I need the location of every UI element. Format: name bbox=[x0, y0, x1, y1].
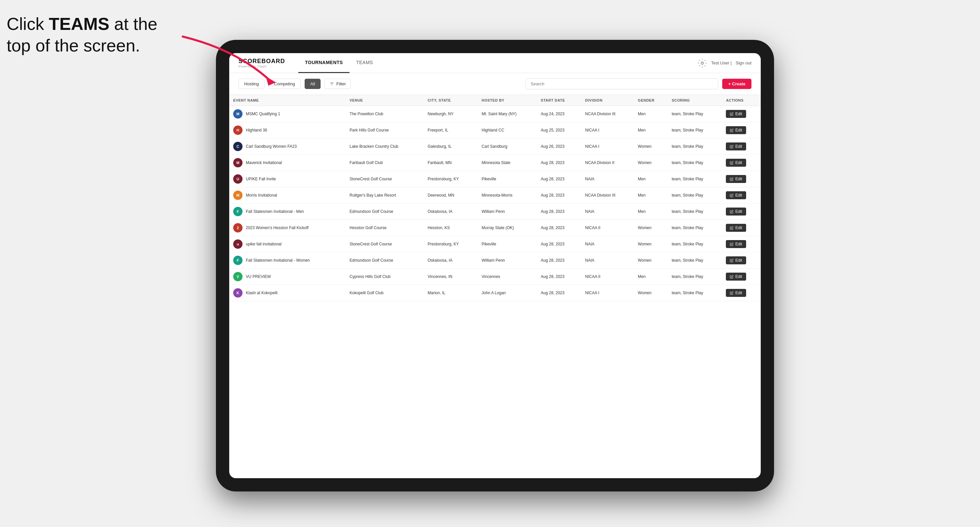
edit-button[interactable]: Edit bbox=[726, 159, 746, 167]
cell-start-date: Aug 28, 2023 bbox=[537, 269, 581, 285]
table-row: F Fall Statesmen Invitational - Men Edmu… bbox=[229, 203, 761, 220]
cell-start-date: Aug 28, 2023 bbox=[537, 155, 581, 171]
pencil-icon bbox=[730, 161, 733, 165]
event-name-text: Maverick Invitational bbox=[246, 160, 282, 165]
cell-start-date: Aug 28, 2023 bbox=[537, 252, 581, 269]
cell-division: NAIA bbox=[581, 203, 634, 220]
cell-actions: Edit bbox=[722, 155, 761, 171]
cell-gender: Men bbox=[634, 171, 668, 187]
tab-teams[interactable]: TEAMS bbox=[350, 53, 380, 73]
col-scoring: SCORING bbox=[668, 95, 722, 106]
cell-division: NICAA II bbox=[581, 269, 634, 285]
col-event-name: EVENT NAME bbox=[229, 95, 345, 106]
cell-gender: Women bbox=[634, 155, 668, 171]
table-row: V VU PREVIEW Cypress Hills Golf Club Vin… bbox=[229, 269, 761, 285]
edit-button[interactable]: Edit bbox=[726, 191, 746, 199]
cell-division: NICAA I bbox=[581, 138, 634, 155]
event-name-text: MSMC Qualifying 1 bbox=[246, 111, 280, 116]
cell-actions: Edit bbox=[722, 122, 761, 138]
table-row: K Klash at Kokopelli Kokopelli Golf Club… bbox=[229, 285, 761, 301]
cell-scoring: team, Stroke Play bbox=[668, 285, 722, 301]
cell-actions: Edit bbox=[722, 220, 761, 236]
cell-city-state: Marion, IL bbox=[423, 285, 477, 301]
cell-gender: Men bbox=[634, 203, 668, 220]
nav-user-text: Test User | bbox=[711, 60, 732, 65]
cell-hosted-by: Murray State (OK) bbox=[478, 220, 537, 236]
col-division: DIVISION bbox=[581, 95, 634, 106]
cell-hosted-by: John A Logan bbox=[478, 285, 537, 301]
cell-division: NCAA Division III bbox=[581, 106, 634, 122]
cell-city-state: Freeport, IL bbox=[423, 122, 477, 138]
team-logo: C bbox=[233, 142, 242, 151]
cell-scoring: team, Stroke Play bbox=[668, 155, 722, 171]
col-actions: ACTIONS bbox=[722, 95, 761, 106]
table-row: M MSMC Qualifying 1 The Powelton Club Ne… bbox=[229, 106, 761, 122]
filter-options-btn[interactable]: Filter bbox=[325, 79, 351, 89]
cell-start-date: Aug 28, 2023 bbox=[537, 171, 581, 187]
cell-start-date: Aug 25, 2023 bbox=[537, 122, 581, 138]
cell-event-name: M Maverick Invitational bbox=[229, 155, 345, 171]
cell-start-date: Aug 28, 2023 bbox=[537, 236, 581, 252]
filter-icon bbox=[329, 82, 334, 86]
cell-start-date: Aug 24, 2023 bbox=[537, 106, 581, 122]
cell-venue: Kokopelli Golf Club bbox=[345, 285, 423, 301]
search-input[interactable] bbox=[525, 78, 718, 89]
cell-venue: Ruttger's Bay Lake Resort bbox=[345, 187, 423, 203]
edit-button[interactable]: Edit bbox=[726, 175, 746, 183]
cell-division: NAIA bbox=[581, 252, 634, 269]
cell-hosted-by: Vincennes bbox=[478, 269, 537, 285]
cell-event-name: F Fall Statesmen Invitational - Men bbox=[229, 203, 345, 220]
cell-scoring: team, Stroke Play bbox=[668, 187, 722, 203]
cell-hosted-by: William Penn bbox=[478, 203, 537, 220]
cell-start-date: Aug 28, 2023 bbox=[537, 187, 581, 203]
cell-event-name: U UPIKE Fall Invite bbox=[229, 171, 345, 187]
edit-button[interactable]: Edit bbox=[726, 240, 746, 248]
edit-button[interactable]: Edit bbox=[726, 110, 746, 118]
cell-division: NAIA bbox=[581, 236, 634, 252]
tab-tournaments[interactable]: TOURNAMENTS bbox=[298, 53, 350, 73]
cell-venue: StoneCrest Golf Course bbox=[345, 236, 423, 252]
team-logo: M bbox=[233, 158, 242, 167]
instruction-text: Click TEAMS at the top of the screen. bbox=[6, 13, 158, 56]
table-row: C Carl Sandburg Women FA23 Lake Bracken … bbox=[229, 138, 761, 155]
nav-signout[interactable]: Sign out bbox=[735, 60, 751, 65]
event-name-text: Highland 36 bbox=[246, 128, 267, 132]
edit-button[interactable]: Edit bbox=[726, 273, 746, 281]
pencil-icon bbox=[730, 226, 733, 230]
pencil-icon bbox=[730, 145, 733, 148]
cell-scoring: team, Stroke Play bbox=[668, 203, 722, 220]
pencil-icon bbox=[730, 291, 733, 295]
cell-city-state: Oskaloosa, IA bbox=[423, 203, 477, 220]
cell-actions: Edit bbox=[722, 252, 761, 269]
cell-division: NCAA Division II bbox=[581, 155, 634, 171]
cell-venue: Park Hills Golf Course bbox=[345, 122, 423, 138]
edit-button[interactable]: Edit bbox=[726, 289, 746, 297]
cell-venue: Edmundson Golf Course bbox=[345, 252, 423, 269]
edit-button[interactable]: Edit bbox=[726, 143, 746, 151]
team-logo: u bbox=[233, 240, 242, 249]
table-row: H Highland 36 Park Hills Golf Course Fre… bbox=[229, 122, 761, 138]
cell-venue: Faribault Golf Club bbox=[345, 155, 423, 171]
cell-gender: Men bbox=[634, 106, 668, 122]
edit-button[interactable]: Edit bbox=[726, 224, 746, 232]
edit-button[interactable]: Edit bbox=[726, 126, 746, 134]
cell-event-name: 2 2023 Women's Hesston Fall Kickoff bbox=[229, 220, 345, 236]
team-logo: H bbox=[233, 125, 242, 135]
create-button[interactable]: + Create bbox=[722, 79, 751, 89]
cell-actions: Edit bbox=[722, 236, 761, 252]
cell-scoring: team, Stroke Play bbox=[668, 220, 722, 236]
all-filter-btn[interactable]: All bbox=[305, 79, 321, 89]
cell-actions: Edit bbox=[722, 138, 761, 155]
cell-scoring: team, Stroke Play bbox=[668, 171, 722, 187]
edit-button[interactable]: Edit bbox=[726, 208, 746, 216]
cell-venue: Edmundson Golf Course bbox=[345, 203, 423, 220]
cell-division: NICAA II bbox=[581, 220, 634, 236]
edit-button[interactable]: Edit bbox=[726, 256, 746, 264]
team-logo: 2 bbox=[233, 223, 242, 232]
settings-icon[interactable] bbox=[698, 59, 707, 68]
cell-event-name: M MSMC Qualifying 1 bbox=[229, 106, 345, 122]
col-venue: VENUE bbox=[345, 95, 423, 106]
table-row: U UPIKE Fall Invite StoneCrest Golf Cour… bbox=[229, 171, 761, 187]
pencil-icon bbox=[730, 177, 733, 181]
cell-event-name: F Fall Statesmen Invitational - Women bbox=[229, 252, 345, 269]
